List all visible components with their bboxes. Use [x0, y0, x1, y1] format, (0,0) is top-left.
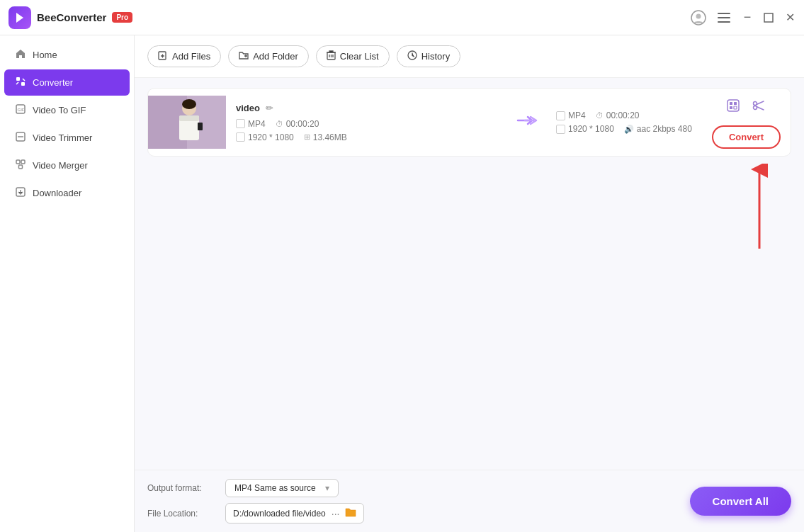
add-files-button[interactable]: Add Files: [147, 45, 221, 67]
toolbar: Add Files Add Folder Clear List History: [135, 35, 804, 78]
file-list-area: video ✏ MP4 ⏱ 00:00:20: [135, 78, 804, 470]
add-folder-icon: [239, 51, 249, 62]
converter-icon: [16, 77, 26, 89]
add-files-icon: [158, 50, 168, 62]
sidebar-label-converter: Converter: [33, 77, 73, 88]
source-meta-row2: 1920 * 1080 ⊞ 13.46MB: [236, 132, 498, 142]
svg-line-35: [757, 107, 764, 111]
output-audio-value: aac 2kbps 480: [637, 124, 692, 134]
convert-button-label: Convert: [729, 132, 764, 142]
maximize-button[interactable]: [763, 12, 774, 23]
sidebar-label-merger: Video Merger: [33, 160, 88, 171]
convert-all-button[interactable]: Convert All: [690, 487, 791, 516]
history-button[interactable]: History: [397, 45, 460, 67]
svg-rect-31: [734, 106, 737, 109]
file-location-value: D:/downloaded file/video: [233, 509, 326, 519]
add-files-label: Add Files: [172, 51, 210, 62]
sidebar-label-video-gif: Video To GIF: [33, 105, 86, 115]
clear-list-label: Clear List: [340, 51, 379, 62]
svg-point-24: [182, 99, 196, 109]
svg-rect-8: [21, 82, 25, 86]
convert-arrow: [508, 113, 546, 131]
bottom-bar: Output format: MP4 Same as source ▾ File…: [135, 470, 804, 532]
out-clock-icon: ⏱: [596, 111, 604, 120]
svg-marker-0: [16, 13, 23, 23]
source-duration: ⏱ 00:00:20: [276, 119, 319, 129]
source-resolution-value: 1920 * 1080: [248, 132, 294, 142]
history-icon: [407, 50, 417, 62]
title-bar: BeeConverter Pro − ✕: [0, 0, 804, 35]
add-folder-button[interactable]: Add Folder: [228, 45, 309, 67]
out-format-checkbox: [556, 111, 565, 120]
minimize-button[interactable]: −: [742, 12, 753, 23]
output-format-label: Output format:: [147, 483, 218, 493]
output-format-value: MP4 Same as source: [234, 483, 316, 493]
clear-list-icon: [327, 50, 336, 62]
audio-icon: 🔊: [624, 125, 634, 134]
file-location-label: File Location:: [147, 509, 218, 519]
output-format: MP4: [556, 111, 586, 120]
user-icon[interactable]: [691, 10, 706, 26]
output-meta-row2: 1920 * 1080 🔊 aac 2kbps 480: [556, 124, 692, 134]
pro-badge: Pro: [112, 12, 132, 23]
svg-rect-6: [764, 13, 773, 22]
convert-button[interactable]: Convert: [712, 125, 781, 149]
edit-settings-button[interactable]: [723, 96, 743, 115]
sidebar-item-video-trimmer[interactable]: Video Trimmer: [4, 125, 130, 151]
sidebar-item-video-merger[interactable]: Video Merger: [4, 152, 130, 179]
svg-rect-3: [718, 13, 730, 14]
svg-rect-4: [718, 17, 730, 18]
app-name: BeeConverter: [37, 11, 106, 23]
red-arrow-container: [147, 164, 791, 249]
convert-all-label: Convert All: [713, 495, 769, 507]
svg-point-2: [696, 13, 701, 18]
bottom-left-section: Output format: MP4 Same as source ▾ File…: [147, 479, 364, 523]
source-file-info: video ✏ MP4 ⏱ 00:00:20: [226, 96, 508, 149]
svg-rect-5: [718, 21, 730, 23]
action-icons-row: [723, 96, 769, 115]
sidebar-item-downloader[interactable]: Downloader: [4, 180, 130, 206]
cut-button[interactable]: [749, 96, 769, 115]
sidebar-label-home: Home: [33, 50, 57, 60]
file-location-row: File Location: D:/downloaded file/video …: [147, 503, 364, 523]
clear-list-button[interactable]: Clear List: [316, 45, 390, 67]
output-resolution-value: 1920 * 1080: [568, 124, 614, 134]
source-size-value: 13.46MB: [313, 132, 347, 142]
menu-icon[interactable]: [716, 10, 732, 26]
svg-rect-30: [734, 102, 737, 105]
res-checkbox: [236, 132, 245, 142]
sidebar-item-video-to-gif[interactable]: GIF Video To GIF: [4, 97, 130, 123]
sidebar-item-converter[interactable]: Converter: [4, 69, 130, 96]
svg-rect-7: [16, 77, 20, 81]
svg-line-34: [757, 101, 764, 105]
file-card: video ✏ MP4 ⏱ 00:00:20: [147, 88, 791, 157]
output-duration-value: 00:00:20: [606, 111, 640, 120]
app-logo: [9, 6, 31, 29]
svg-rect-13: [16, 160, 20, 164]
source-format-value: MP4: [248, 119, 266, 129]
output-file-info: MP4 ⏱ 00:00:20 1920 * 1080 🔊: [546, 103, 702, 141]
content-area: Add Files Add Folder Clear List History: [135, 35, 804, 532]
window-controls: − ✕: [691, 10, 795, 26]
main-layout: Home Converter GIF Video To GIF Video Tr…: [0, 35, 804, 532]
output-audio: 🔊 aac 2kbps 480: [624, 124, 692, 134]
file-size-icon: ⊞: [304, 132, 310, 142]
history-label: History: [421, 51, 450, 62]
close-button[interactable]: ✕: [784, 12, 795, 23]
format-checkbox: [236, 119, 245, 128]
output-duration: ⏱ 00:00:20: [596, 111, 640, 120]
folder-open-icon[interactable]: [345, 507, 356, 519]
file-location-field: D:/downloaded file/video ···: [225, 503, 364, 523]
edit-icon[interactable]: ✏: [266, 103, 273, 113]
output-format-select[interactable]: MP4 Same as source ▾: [225, 479, 339, 497]
svg-rect-27: [727, 100, 739, 111]
red-arrow-svg: [749, 164, 770, 249]
svg-rect-28: [730, 102, 732, 105]
sidebar-item-home[interactable]: Home: [4, 42, 130, 68]
output-format-value: MP4: [568, 111, 586, 120]
file-name: video: [236, 103, 260, 113]
location-dots-button[interactable]: ···: [332, 508, 340, 519]
out-res-checkbox: [556, 125, 565, 134]
sidebar-label-downloader: Downloader: [33, 188, 81, 198]
svg-rect-29: [730, 106, 732, 109]
